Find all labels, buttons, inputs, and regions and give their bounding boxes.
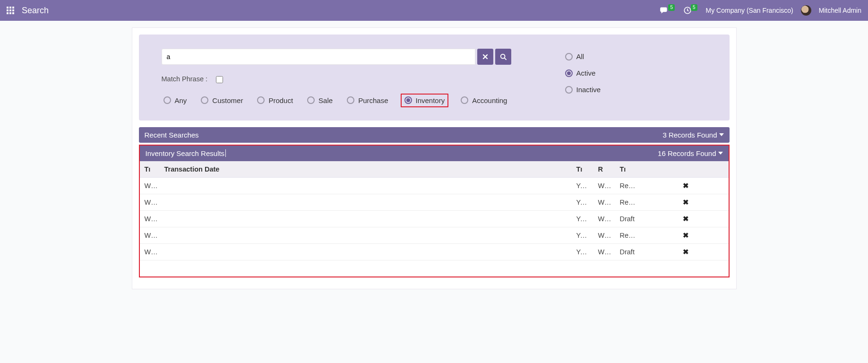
match-phrase-checkbox[interactable]: [216, 76, 223, 83]
radio-label: Accounting: [472, 96, 507, 104]
cell: Yo…: [572, 210, 593, 227]
radio-input[interactable]: [201, 96, 208, 104]
cell: [160, 227, 572, 243]
table-row[interactable]: W…Yo…Wo…Re…✖: [140, 177, 729, 194]
delete-icon[interactable]: ✖: [683, 232, 689, 239]
svg-rect-2: [12, 7, 14, 9]
category-radio-customer[interactable]: Customer: [199, 94, 245, 107]
page-container: Match Phrase : AnyCustomerProductSalePur…: [132, 27, 737, 289]
radio-input[interactable]: [565, 86, 573, 94]
recent-searches-title: Recent Searches: [145, 131, 199, 139]
category-radio-inventory[interactable]: Inventory: [401, 94, 449, 107]
radio-input[interactable]: [163, 96, 171, 104]
status-radio-active[interactable]: Active: [563, 68, 603, 78]
search-panel: Match Phrase : AnyCustomerProductSalePur…: [139, 35, 730, 121]
cell: W…: [140, 210, 160, 227]
cell: Draft: [615, 243, 644, 260]
row-actions: ✖: [644, 243, 729, 260]
messages-icon[interactable]: 5: [660, 7, 676, 14]
inventory-results-highlight: Inventory Search Results 16 Records Foun…: [139, 145, 730, 277]
inventory-results-title: Inventory Search Results: [146, 149, 225, 157]
clear-button[interactable]: [477, 49, 493, 65]
row-actions: ✖: [644, 177, 729, 194]
inventory-results-toggle[interactable]: 16 Records Found: [658, 149, 722, 157]
cell: Re…: [615, 194, 644, 210]
category-radio-purchase[interactable]: Purchase: [345, 94, 390, 107]
delete-icon[interactable]: ✖: [683, 248, 689, 256]
company-switcher[interactable]: My Company (San Francisco): [706, 7, 793, 14]
table-row[interactable]: W…Yo…Wo…Re…✖: [140, 194, 729, 210]
radio-label: All: [576, 52, 584, 60]
search-button[interactable]: [495, 49, 511, 65]
radio-input[interactable]: [404, 96, 412, 104]
search-input[interactable]: [162, 49, 475, 65]
radio-input[interactable]: [307, 96, 315, 104]
recent-searches-bar[interactable]: Recent Searches 3 Records Found: [139, 127, 730, 143]
activity-icon[interactable]: 5: [683, 6, 698, 15]
svg-rect-6: [7, 12, 9, 14]
status-radio-all[interactable]: All: [563, 52, 603, 61]
svg-rect-3: [7, 9, 9, 11]
row-actions: ✖: [644, 194, 729, 210]
cell: Wo…: [593, 210, 615, 227]
cell: W…: [140, 177, 160, 194]
svg-rect-0: [7, 7, 9, 9]
results-count-label: 16 Records Found: [658, 149, 716, 157]
radio-label: Active: [576, 69, 596, 77]
cell: Wo…: [593, 177, 615, 194]
category-radio-accounting[interactable]: Accounting: [459, 94, 509, 107]
category-radio-group: AnyCustomerProductSalePurchaseInventoryA…: [162, 94, 511, 107]
results-table: Tı Transaction Date Tı R Tı W…Yo…Wo…Re…✖…: [140, 161, 729, 260]
row-actions: ✖: [644, 227, 729, 243]
col-header[interactable]: Tı: [615, 161, 644, 178]
svg-rect-7: [9, 12, 11, 14]
activity-badge: 5: [691, 4, 697, 11]
radio-input[interactable]: [565, 53, 573, 60]
col-header[interactable]: Tı: [140, 161, 160, 178]
cell: Re…: [615, 177, 644, 194]
avatar[interactable]: [801, 5, 811, 16]
cell: Wo…: [593, 194, 615, 210]
radio-input[interactable]: [461, 96, 468, 104]
status-radio-group: AllActiveInactive: [563, 49, 603, 107]
cell: [160, 210, 572, 227]
radio-label: Inactive: [576, 86, 601, 94]
radio-input[interactable]: [257, 96, 265, 104]
radio-input[interactable]: [347, 96, 354, 104]
caret-down-icon: [719, 133, 724, 136]
inventory-results-bar[interactable]: Inventory Search Results 16 Records Foun…: [140, 146, 729, 161]
category-radio-sale[interactable]: Sale: [305, 94, 335, 107]
user-menu[interactable]: Mitchell Admin: [819, 7, 861, 14]
col-header[interactable]: R: [593, 161, 615, 178]
apps-icon[interactable]: [7, 7, 14, 14]
col-header[interactable]: Tı: [572, 161, 593, 178]
col-header-actions: [644, 161, 729, 178]
category-radio-any[interactable]: Any: [162, 94, 189, 107]
category-radio-product[interactable]: Product: [255, 94, 295, 107]
cell: W…: [140, 227, 160, 243]
cell: W…: [140, 194, 160, 210]
cell: Wo…: [593, 227, 615, 243]
radio-label: Inventory: [416, 96, 445, 104]
cell: W…: [140, 243, 160, 260]
delete-icon[interactable]: ✖: [683, 182, 689, 190]
cell: Yo…: [572, 227, 593, 243]
cell: Yo…: [572, 243, 593, 260]
recent-count-label: 3 Records Found: [662, 131, 717, 139]
col-header[interactable]: Transaction Date: [160, 161, 572, 178]
delete-icon[interactable]: ✖: [683, 215, 689, 223]
messages-badge: 5: [668, 4, 675, 11]
table-row[interactable]: W…Yo…Wo…Draft✖: [140, 210, 729, 227]
table-row[interactable]: W…Yo…Wo…Draft✖: [140, 243, 729, 260]
recent-searches-toggle[interactable]: 3 Records Found: [662, 131, 723, 139]
delete-icon[interactable]: ✖: [683, 199, 689, 206]
table-row[interactable]: W…Yo…Wo…Re…✖: [140, 227, 729, 243]
status-radio-inactive[interactable]: Inactive: [563, 85, 603, 95]
cell: Yo…: [572, 177, 593, 194]
radio-input[interactable]: [565, 69, 573, 77]
svg-rect-8: [12, 12, 14, 14]
cell: Yo…: [572, 194, 593, 210]
svg-rect-4: [9, 9, 11, 11]
page-title: Search: [22, 6, 49, 16]
navbar: Search 5 5 My Company (San Francisco) Mi…: [0, 0, 868, 21]
